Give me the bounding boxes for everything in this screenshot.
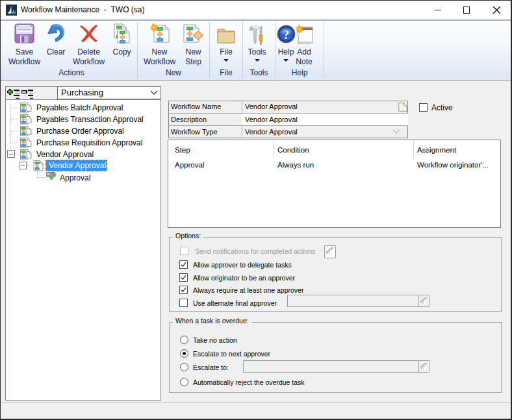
svg-text:?: ? <box>283 29 289 42</box>
